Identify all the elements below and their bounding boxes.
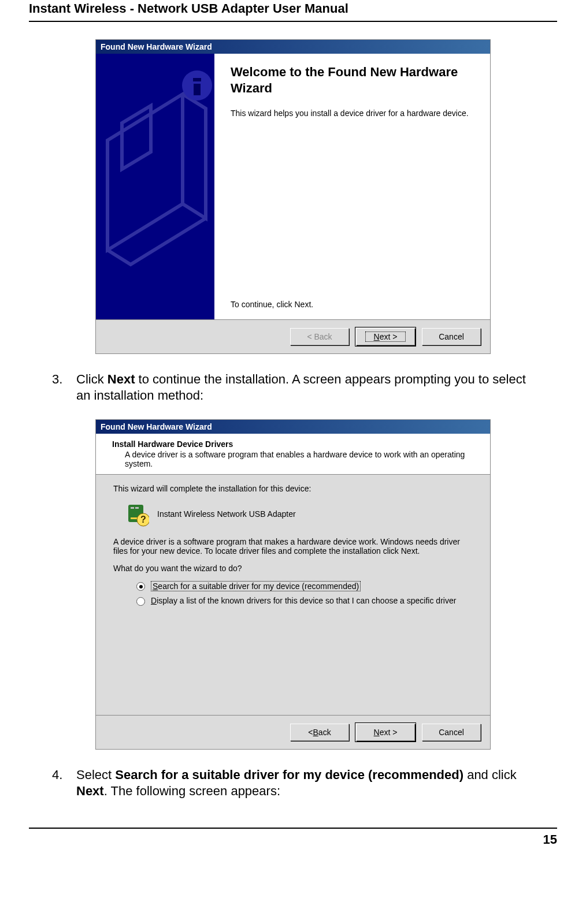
back-button[interactable]: < Back [290, 328, 349, 345]
wizard-install-drivers-dialog: Found New Hardware Wizard Install Hardwa… [95, 419, 491, 750]
radio-option-display-list[interactable]: Display a list of the known drivers for … [136, 596, 473, 606]
radio-icon [136, 597, 145, 606]
wizard-welcome-dialog: Found New Hardware Wizard Welc [95, 39, 491, 354]
unknown-device-icon: ? [126, 501, 149, 527]
radio-icon [136, 582, 145, 591]
svg-rect-2 [193, 78, 201, 81]
device-name: Instant Wireless Network USB Adapter [157, 509, 296, 519]
step-4-text: 4. Select Search for a suitable driver f… [52, 767, 528, 799]
dialog-titlebar: Found New Hardware Wizard [96, 420, 490, 434]
svg-rect-5 [131, 507, 134, 509]
wizard-heading: Welcome to the Found New Hardware Wizard [231, 64, 474, 96]
cancel-button[interactable]: Cancel [422, 724, 481, 741]
page-header: Instant Wireless - Network USB Adapter U… [29, 0, 557, 22]
prompt-line: What do you want the wizard to do? [113, 564, 473, 573]
svg-text:?: ? [140, 515, 146, 524]
wizard-body-text: This wizard helps you install a device d… [231, 109, 474, 118]
wizard-subheader: Install Hardware Device Drivers A device… [96, 434, 490, 475]
radio-option-search[interactable]: Search for a suitable driver for my devi… [136, 581, 473, 591]
dialog-titlebar: Found New Hardware Wizard [96, 40, 490, 54]
svg-rect-3 [194, 84, 201, 95]
wizard-side-graphic [96, 54, 214, 319]
explain-line: A device driver is a software program th… [113, 537, 473, 556]
cancel-button[interactable]: Cancel [422, 328, 481, 345]
wizard-continue-text: To continue, click Next. [231, 300, 313, 309]
step-3-text: 3. Click Next to continue the installati… [52, 371, 528, 403]
back-button[interactable]: < Back [290, 724, 349, 741]
next-button[interactable]: Next > [356, 328, 415, 345]
svg-rect-6 [135, 507, 139, 509]
intro-line: This wizard will complete the installati… [113, 484, 473, 493]
page-number: 15 [29, 828, 557, 847]
next-button[interactable]: Next > [356, 724, 415, 741]
